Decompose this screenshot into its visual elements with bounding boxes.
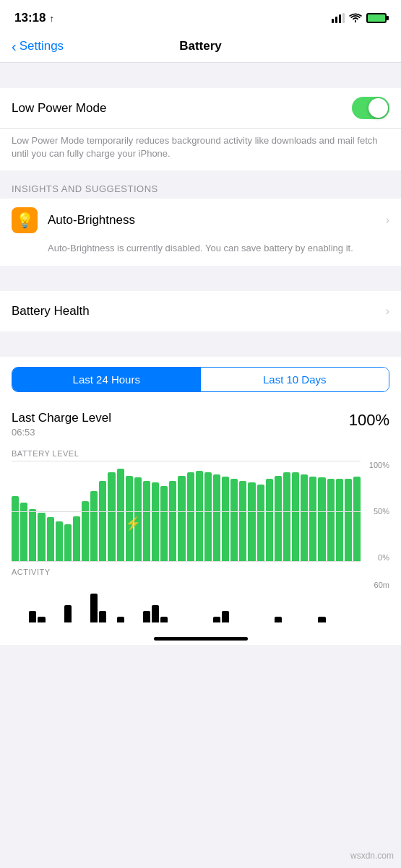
svg-rect-0: [332, 19, 334, 23]
wifi-icon: [349, 13, 362, 23]
section-gap-2: [0, 170, 401, 178]
time-period-selector: Last 24 Hours Last 10 Days: [0, 357, 401, 402]
battery-bar: [266, 479, 273, 562]
activity-bar: [117, 617, 124, 622]
back-label: Settings: [20, 39, 64, 53]
low-power-mode-group: Low Power Mode Low Power Mode temporaril…: [0, 88, 401, 170]
chart-y-label-0: 0%: [362, 553, 389, 562]
battery-bar: [353, 477, 361, 562]
battery-bar: [213, 474, 220, 561]
battery-bar: [99, 481, 106, 562]
auto-brightness-cell[interactable]: 💡 Auto-Brightness ›: [0, 199, 401, 242]
page-title: Battery: [179, 39, 222, 53]
battery-bar: [82, 501, 89, 562]
charge-level-time: 06:53: [12, 427, 111, 438]
low-power-mode-toggle[interactable]: [352, 97, 389, 119]
battery-bar: [47, 517, 54, 562]
insights-group: 💡 Auto-Brightness › Auto-Brightness is c…: [0, 199, 401, 265]
battery-bar: [64, 524, 72, 562]
low-power-mode-description: Low Power Mode temporarily reduces backg…: [0, 129, 401, 170]
toggle-knob: [368, 98, 388, 118]
chevron-left-icon: ‹: [12, 39, 17, 53]
home-indicator: [0, 630, 401, 645]
activity-bar: [318, 617, 325, 622]
battery-bar: [222, 477, 229, 562]
auto-brightness-icon-bg: 💡: [12, 207, 38, 233]
section-gap-3: [0, 266, 401, 291]
battery-bar: [239, 481, 246, 562]
status-time: 13:18 ↑: [14, 11, 54, 25]
battery-bar: [204, 472, 212, 561]
activity-bar: [213, 617, 220, 622]
battery-icon: [366, 13, 387, 23]
signal-icon: [332, 13, 345, 23]
low-power-mode-label: Low Power Mode: [12, 101, 352, 116]
battery-bar: [187, 472, 194, 561]
battery-bar: [117, 469, 124, 562]
activity-y-axis: 60m: [362, 579, 389, 622]
time-text: 13:18: [14, 11, 46, 25]
activity-bar: [90, 594, 98, 622]
svg-rect-2: [339, 14, 341, 23]
activity-section: ACTIVITY 60m: [0, 562, 401, 630]
home-bar[interactable]: [154, 637, 248, 641]
battery-bar: [309, 477, 316, 562]
battery-bar: [230, 479, 238, 562]
battery-level-chart-area: ⚡ 100% 50% 0%: [12, 461, 389, 562]
battery-bar: [257, 485, 264, 561]
battery-bar: [327, 479, 335, 562]
activity-bar: [29, 611, 36, 622]
battery-bar: [73, 516, 80, 562]
status-bar: 13:18 ↑: [0, 0, 401, 32]
activity-bar: [152, 605, 159, 622]
battery-bar: [336, 479, 343, 562]
battery-health-cell[interactable]: Battery Health ›: [0, 291, 401, 331]
activity-chart-area: 60m: [12, 579, 389, 622]
chart-y-axis: 100% 50% 0%: [362, 461, 389, 562]
activity-chart-label: ACTIVITY: [12, 562, 389, 576]
activity-bar: [143, 611, 150, 622]
battery-bar: [318, 477, 325, 561]
last-24-hours-button[interactable]: Last 24 Hours: [12, 368, 201, 391]
battery-bar: [178, 476, 185, 562]
battery-bar: [152, 482, 159, 561]
chart-y-label-50: 50%: [362, 507, 389, 516]
low-power-mode-cell: Low Power Mode: [0, 88, 401, 129]
charge-level-percent: 100%: [349, 411, 389, 430]
battery-bar: [301, 474, 308, 561]
section-gap-1: [0, 63, 401, 88]
back-button[interactable]: ‹ Settings: [12, 39, 64, 53]
activity-bar: [99, 611, 106, 622]
battery-bar: [283, 472, 290, 561]
battery-bar: [345, 479, 352, 562]
nav-bar: ‹ Settings Battery: [0, 32, 401, 63]
battery-bar: [38, 513, 45, 561]
auto-brightness-label: Auto-Brightness: [48, 213, 386, 227]
lightning-icon: ⚡: [125, 516, 141, 531]
activity-bar: [38, 617, 45, 622]
chevron-right-icon: ›: [386, 214, 389, 227]
battery-health-label: Battery Health: [12, 304, 386, 318]
svg-rect-1: [335, 17, 337, 23]
activity-bar: [275, 617, 282, 622]
battery-bar: [196, 471, 203, 562]
battery-bar: [20, 503, 27, 561]
activity-bar: [64, 605, 72, 622]
battery-bar: [29, 509, 36, 562]
battery-level-chart-label: BATTERY LEVEL: [12, 443, 389, 458]
battery-bar: [169, 481, 176, 562]
battery-bar: [12, 496, 19, 562]
battery-bar: [275, 476, 282, 562]
battery-bar: [143, 481, 150, 562]
activity-y-label-60m: 60m: [362, 581, 389, 589]
activity-bar: [222, 611, 229, 622]
battery-health-group: Battery Health ›: [0, 291, 401, 331]
last-10-days-button[interactable]: Last 10 Days: [201, 368, 389, 391]
section-gap-4: [0, 331, 401, 357]
insights-section-header: INSIGHTS AND SUGGESTIONS: [0, 178, 401, 199]
battery-bar: [292, 472, 299, 561]
charge-level-title: Last Charge Level: [12, 411, 111, 425]
battery-level-chart-section: BATTERY LEVEL ⚡ 100% 50% 0%: [0, 443, 401, 562]
battery-bar: [108, 472, 115, 561]
battery-bar: [90, 491, 98, 562]
